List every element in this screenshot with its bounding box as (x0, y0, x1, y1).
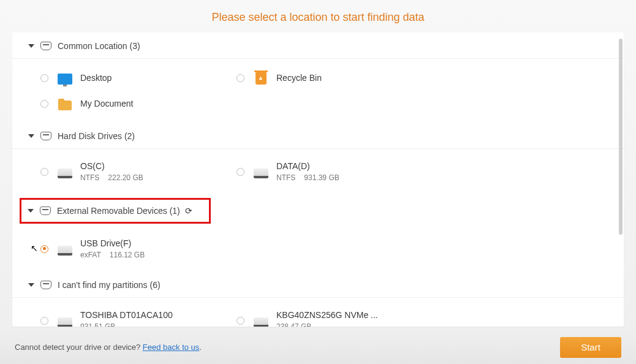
item-label: OS(C) (80, 161, 143, 171)
item-label: Desktop (80, 73, 112, 83)
cursor-icon: ↖ (31, 243, 38, 253)
section-common-location[interactable]: Common Location (3) (12, 32, 624, 59)
hdd-icon (254, 317, 268, 327)
hdd-icon (254, 169, 268, 178)
location-usb-drive-f[interactable]: USB Drive(F) exFAT116.12 GB (40, 232, 237, 265)
section-no-partitions[interactable]: I can't find my partitions (6) (12, 271, 624, 298)
drive-icon (40, 207, 51, 215)
refresh-icon[interactable]: ⟳ (185, 206, 192, 216)
drive-icon (40, 132, 51, 140)
radio-icon[interactable] (40, 100, 48, 108)
folder-icon (58, 100, 72, 110)
location-os-c[interactable]: OS(C) NTFS222.20 GB (40, 155, 237, 188)
item-sub: NTFS222.20 GB (80, 173, 143, 182)
footer: Cannot detect your drive or device? Feed… (0, 330, 636, 364)
page-title: Please select a location to start findin… (0, 11, 636, 24)
drive-icon (40, 281, 51, 289)
section-hard-disk-drives[interactable]: Hard Disk Drives (2) (12, 123, 624, 149)
radio-icon-selected[interactable] (40, 245, 48, 253)
start-button[interactable]: Start (560, 337, 621, 358)
drive-icon (40, 42, 51, 50)
chevron-down-icon (28, 44, 34, 48)
footer-text: Cannot detect your drive or device? Feed… (15, 343, 202, 352)
radio-icon[interactable] (237, 74, 244, 82)
radio-icon[interactable] (40, 317, 48, 325)
item-sub: 238.47 GB (276, 322, 378, 327)
monitor-icon (58, 74, 72, 85)
item-label: TOSHIBA DT01ACA100 (80, 310, 173, 320)
chevron-down-icon (28, 134, 34, 138)
radio-icon[interactable] (40, 74, 48, 82)
item-label: My Document (80, 99, 133, 108)
trash-icon (256, 72, 267, 85)
feedback-link[interactable]: Feed back to us (143, 343, 200, 352)
item-label: USB Drive(F) (80, 238, 145, 248)
radio-icon[interactable] (40, 168, 48, 176)
item-sub: 931.51 GB (80, 322, 173, 327)
location-kbg40[interactable]: KBG40ZNS256G NVMe ... 238.47 GB (237, 304, 433, 327)
section-title: Hard Disk Drives (2) (58, 131, 135, 141)
location-list: Common Location (3) Desktop Recycle Bin … (12, 32, 624, 327)
hdd-icon (58, 246, 72, 256)
location-my-document[interactable]: My Document (40, 91, 237, 116)
chevron-down-icon (28, 209, 34, 213)
item-label: DATA(D) (276, 161, 339, 171)
item-label: KBG40ZNS256G NVMe ... (276, 310, 378, 320)
hdd-icon (58, 169, 72, 178)
section-title: External Removable Devices (1) (57, 206, 180, 216)
item-sub: NTFS931.39 GB (276, 173, 339, 182)
scrollbar[interactable] (619, 39, 623, 235)
item-sub: exFAT116.12 GB (80, 251, 145, 259)
item-label: Recycle Bin (276, 73, 322, 83)
section-title: I can't find my partitions (6) (58, 280, 161, 290)
radio-icon[interactable] (237, 317, 244, 325)
location-desktop[interactable]: Desktop (40, 65, 237, 91)
section-title: Common Location (3) (58, 41, 140, 51)
chevron-down-icon (28, 283, 34, 287)
radio-icon[interactable] (237, 168, 244, 176)
section-external-removable[interactable]: External Removable Devices (1) ⟳ (20, 198, 211, 224)
hdd-icon (58, 317, 72, 327)
location-recycle-bin[interactable]: Recycle Bin (237, 65, 433, 91)
location-data-d[interactable]: DATA(D) NTFS931.39 GB (237, 155, 433, 188)
location-toshiba[interactable]: TOSHIBA DT01ACA100 931.51 GB (40, 304, 237, 327)
